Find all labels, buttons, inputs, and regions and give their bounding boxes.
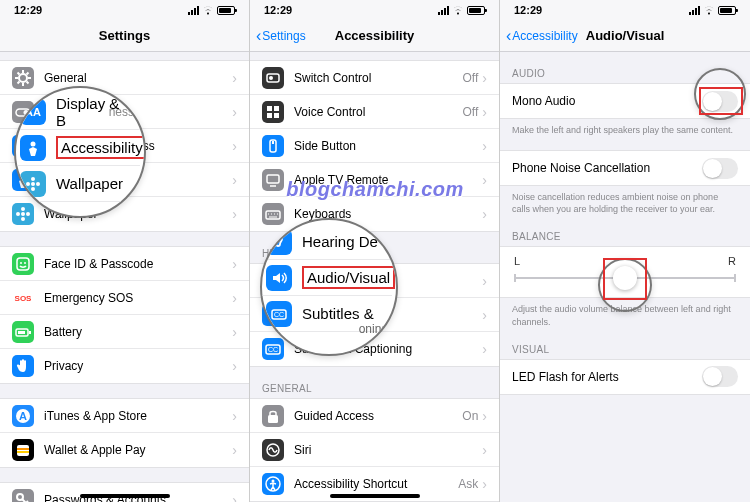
balance-L: L xyxy=(514,255,520,267)
row-value: Ask xyxy=(458,477,478,491)
row-label: Wallpaper xyxy=(44,207,232,221)
row-label: Siri xyxy=(294,443,482,457)
led-toggle[interactable] xyxy=(702,366,738,387)
chevron-right-icon: › xyxy=(482,273,487,289)
group-general: General›Control Center›AADisplay & Brigh… xyxy=(0,60,249,232)
row-audio-visual[interactable]: Audio/Visual› xyxy=(250,298,499,332)
hand-icon xyxy=(12,355,34,377)
row-value: Off xyxy=(463,71,479,85)
row-emergency-sos[interactable]: SOSEmergency SOS› xyxy=(0,281,249,315)
home-indicator[interactable] xyxy=(80,494,170,498)
mono-audio-label: Mono Audio xyxy=(512,94,702,108)
row-battery[interactable]: Battery› xyxy=(0,315,249,349)
chevron-right-icon: › xyxy=(482,206,487,222)
home-icon xyxy=(262,135,284,157)
row-subtitles-captioning[interactable]: CCSubtitles & Captioning› xyxy=(250,332,499,366)
row-apple-tv-remote[interactable]: Apple TV Remote› xyxy=(250,163,499,197)
chevron-right-icon: › xyxy=(482,70,487,86)
row-display-brightness[interactable]: AADisplay & Brightness› xyxy=(0,129,249,163)
row-phone-noise-cancellation[interactable]: Phone Noise Cancellation xyxy=(500,151,750,185)
wifi-icon xyxy=(703,6,715,15)
switch-icon xyxy=(12,101,34,123)
section-header-general: GENERAL xyxy=(250,377,499,398)
svg-rect-16 xyxy=(18,331,25,334)
group-motor: Switch ControlOff›Voice ControlOff›Side … xyxy=(250,60,499,232)
page-title: Accessibility xyxy=(335,28,415,43)
chevron-right-icon: › xyxy=(232,138,237,154)
chevron-left-icon: ‹ xyxy=(506,27,511,45)
navbar: Settings xyxy=(0,20,249,52)
row-control-center[interactable]: Control Center› xyxy=(0,95,249,129)
chevron-right-icon: › xyxy=(232,324,237,340)
back-label: Accessibility xyxy=(512,29,577,43)
row-hearing-devices[interactable]: Hearing Devices› xyxy=(250,264,499,298)
svg-rect-33 xyxy=(267,106,272,111)
chevron-right-icon: › xyxy=(482,307,487,323)
panel-accessibility: 12:29 ‹Settings Accessibility Switch Con… xyxy=(250,0,500,502)
section-header-audio: AUDIO xyxy=(500,62,750,83)
time: 12:29 xyxy=(14,4,42,16)
group-security: Face ID & Passcode›SOSEmergency SOS›Batt… xyxy=(0,246,249,384)
row-side-button[interactable]: Side Button› xyxy=(250,129,499,163)
status-bar: 12:29 xyxy=(500,0,750,20)
row-face-id-passcode[interactable]: Face ID & Passcode› xyxy=(0,247,249,281)
acc-icon xyxy=(262,473,284,495)
svg-rect-38 xyxy=(272,141,274,144)
chevron-right-icon: › xyxy=(482,341,487,357)
row-accessibility[interactable]: Accessibility› xyxy=(0,163,249,197)
row-label: Privacy xyxy=(44,359,232,373)
back-button[interactable]: ‹Accessibility xyxy=(506,27,578,45)
row-itunes-app-store[interactable]: AiTunes & App Store› xyxy=(0,399,249,433)
battery-icon xyxy=(467,6,485,15)
back-button[interactable]: ‹Settings xyxy=(256,27,306,45)
row-label: Subtitles & Captioning xyxy=(294,342,482,356)
row-led-flash[interactable]: LED Flash for Alerts xyxy=(500,360,750,394)
row-wallet-apple-pay[interactable]: Wallet & Apple Pay› xyxy=(0,433,249,467)
home-indicator[interactable] xyxy=(330,494,420,498)
chevron-right-icon: › xyxy=(482,138,487,154)
row-general[interactable]: General› xyxy=(0,61,249,95)
status-bar: 12:29 xyxy=(0,0,249,20)
speaker-icon xyxy=(262,304,284,326)
row-keyboards[interactable]: Keyboards› xyxy=(250,197,499,231)
row-label: Apple TV Remote xyxy=(294,173,482,187)
chevron-right-icon: › xyxy=(232,104,237,120)
row-label: Accessibility Shortcut xyxy=(294,477,458,491)
page-title: Audio/Visual xyxy=(586,28,665,43)
row-value: On xyxy=(462,409,478,423)
row-privacy[interactable]: Privacy› xyxy=(0,349,249,383)
panel-settings: 12:29 Settings General›Control Center›AA… xyxy=(0,0,250,502)
section-header-visual: VISUAL xyxy=(500,338,750,359)
lock-icon xyxy=(262,405,284,427)
row-voice-control[interactable]: Voice ControlOff› xyxy=(250,95,499,129)
time: 12:29 xyxy=(264,4,292,16)
svg-rect-19 xyxy=(17,445,29,456)
chevron-right-icon: › xyxy=(482,104,487,120)
siri-icon xyxy=(262,439,284,461)
row-wallpaper[interactable]: Wallpaper› xyxy=(0,197,249,231)
row-siri[interactable]: Siri› xyxy=(250,433,499,467)
balance-R: R xyxy=(728,255,736,267)
pnc-toggle[interactable] xyxy=(702,158,738,179)
wallet-icon xyxy=(12,439,34,461)
group-pnc: Phone Noise Cancellation xyxy=(500,150,750,186)
row-guided-access[interactable]: Guided AccessOn› xyxy=(250,399,499,433)
svg-point-5 xyxy=(21,212,25,216)
row-label: Guided Access xyxy=(294,409,462,423)
pnc-label: Phone Noise Cancellation xyxy=(512,161,702,175)
svg-point-4 xyxy=(21,173,26,178)
face-icon xyxy=(12,253,34,275)
group-visual: LED Flash for Alerts xyxy=(500,359,750,395)
row-label: Keyboards xyxy=(294,207,482,221)
chevron-right-icon: › xyxy=(232,70,237,86)
svg-rect-43 xyxy=(268,415,278,423)
row-label: Display & Brightness xyxy=(44,139,232,153)
row-switch-control[interactable]: Switch ControlOff› xyxy=(250,61,499,95)
row-label: Audio/Visual xyxy=(294,308,482,322)
mono-footer: Make the left and right speakers play th… xyxy=(500,119,750,136)
ear-icon xyxy=(262,270,284,292)
row-passwords-accounts[interactable]: Passwords & Accounts› xyxy=(0,483,249,502)
chevron-right-icon: › xyxy=(232,290,237,306)
svg-point-11 xyxy=(20,262,22,264)
chevron-right-icon: › xyxy=(482,476,487,492)
